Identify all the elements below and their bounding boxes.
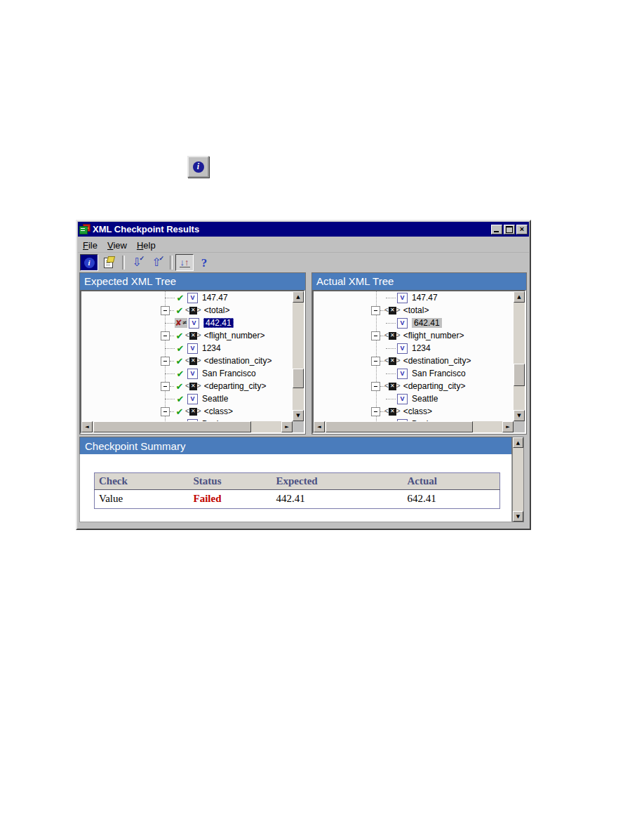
scroll-down-button[interactable]: ▼ bbox=[514, 410, 525, 421]
element-icon: <✕> bbox=[185, 307, 201, 315]
tree-node-element[interactable]: ✔<✕><departing_city> bbox=[81, 380, 293, 392]
expand-box-icon[interactable] bbox=[161, 331, 170, 340]
xml-checkpoint-results-window: XML Checkpoint Results × FileViewHelp i … bbox=[76, 220, 531, 530]
expand-box-icon[interactable] bbox=[161, 357, 170, 366]
tree-node-label: <total> bbox=[403, 305, 429, 315]
scroll-right-button[interactable]: ► bbox=[281, 421, 293, 432]
toolbar-separator bbox=[170, 256, 173, 270]
expand-box-icon[interactable] bbox=[371, 331, 380, 340]
title-bar[interactable]: XML Checkpoint Results × bbox=[78, 222, 529, 237]
tree-node-label: <destination_city> bbox=[403, 356, 471, 366]
expected-vertical-scrollbar[interactable]: ▲ ▼ bbox=[293, 291, 304, 421]
previous-check-button[interactable]: ⇧ ✓ bbox=[147, 254, 166, 271]
expand-box-icon[interactable] bbox=[371, 382, 380, 391]
info-icon: i bbox=[84, 258, 95, 268]
tree-node-element[interactable]: <✕><flight_number> bbox=[314, 329, 514, 342]
node-properties-button[interactable] bbox=[100, 254, 118, 271]
actual-tree-body: V147.47<✕><total>V642.41<✕><flight_numbe… bbox=[312, 290, 526, 434]
scroll-right-button[interactable]: ► bbox=[502, 421, 514, 432]
expected-horizontal-scrollbar[interactable]: ◄ ► bbox=[81, 421, 293, 432]
actual-tree-panel: Actual XML Tree V147.47<✕><total>V642.41… bbox=[311, 272, 527, 435]
scrollbar-thumb[interactable] bbox=[514, 364, 525, 386]
minimize-button[interactable] bbox=[491, 225, 502, 234]
info-button-standalone[interactable]: i bbox=[187, 156, 209, 178]
scroll-up-button[interactable]: ▲ bbox=[514, 291, 525, 303]
toolbar-separator bbox=[122, 256, 125, 270]
pass-check-icon: ✔ bbox=[174, 407, 185, 416]
scrollbar-thumb[interactable] bbox=[293, 369, 304, 388]
summary-vertical-scrollbar[interactable]: ▲ ▼ bbox=[512, 437, 524, 522]
tree-node-value[interactable]: ✔V1234 bbox=[81, 342, 293, 355]
tree-node-element[interactable]: <✕><total> bbox=[314, 304, 514, 317]
maximize-icon bbox=[506, 226, 513, 233]
expand-box-icon[interactable] bbox=[371, 306, 380, 315]
summary-header-row: CheckStatusExpectedActual bbox=[95, 473, 500, 490]
tree-node-element[interactable]: ✔<✕><destination_city> bbox=[81, 355, 293, 367]
sync-trees-button[interactable]: ↓↑ bbox=[175, 254, 194, 271]
scroll-left-button[interactable]: ◄ bbox=[314, 421, 325, 432]
maximize-button[interactable] bbox=[504, 225, 515, 234]
tree-node-element[interactable]: <✕><class> bbox=[314, 405, 514, 418]
tree-node-element[interactable]: ✔<✕><total> bbox=[81, 304, 293, 317]
scrollbar-thumb[interactable] bbox=[93, 421, 251, 432]
info-icon: i bbox=[193, 161, 204, 173]
tree-node-value[interactable]: V642.41 bbox=[314, 317, 514, 329]
pass-check-icon: ✔ bbox=[175, 395, 186, 404]
menu-view[interactable]: View bbox=[102, 239, 132, 252]
show-node-info-button[interactable]: i bbox=[80, 254, 98, 271]
window-controls: × bbox=[491, 225, 528, 234]
tree-node-label: 642.41 bbox=[412, 318, 442, 328]
scroll-up-button[interactable]: ▲ bbox=[513, 437, 523, 448]
next-check-button[interactable]: ⇩ ✓ bbox=[128, 254, 146, 271]
tree-node-value[interactable]: VSeattle bbox=[314, 392, 514, 405]
tree-node-element[interactable]: <✕><destination_city> bbox=[314, 355, 514, 367]
menu-file[interactable]: File bbox=[78, 239, 102, 252]
tree-node-label: <total> bbox=[204, 305, 230, 315]
summary-row: ValueFailed442.41642.41 bbox=[95, 490, 500, 509]
tree-node-label: San Francisco bbox=[412, 369, 466, 378]
tree-node-label: 1234 bbox=[202, 343, 221, 353]
expand-box-icon[interactable] bbox=[161, 382, 170, 391]
scroll-left-button[interactable]: ◄ bbox=[81, 421, 93, 432]
scroll-down-button[interactable]: ▼ bbox=[293, 410, 304, 421]
scrollbar-corner bbox=[514, 421, 525, 432]
tree-node-value[interactable]: ✔VSan Francisco bbox=[81, 367, 293, 380]
scrollbar-thumb[interactable] bbox=[326, 421, 473, 432]
actual-vertical-scrollbar[interactable]: ▲ ▼ bbox=[514, 291, 525, 421]
summary-cell-expected: 442.41 bbox=[272, 490, 403, 509]
tree-node-element[interactable]: ✔<✕><class> bbox=[81, 405, 293, 418]
summary-column-status: Status bbox=[189, 473, 272, 490]
expand-box-icon[interactable] bbox=[161, 407, 170, 416]
scroll-down-button[interactable]: ▼ bbox=[513, 511, 523, 522]
value-icon: V bbox=[187, 293, 198, 303]
minimize-icon bbox=[494, 231, 499, 232]
app-icon-green-part bbox=[79, 226, 88, 234]
element-icon: <✕> bbox=[384, 383, 401, 390]
expected-tree: ✔V147.47✔<✕><total>✘≠V442.41✔<✕><flight_… bbox=[81, 291, 293, 421]
pass-check-icon: ✔ bbox=[175, 293, 186, 303]
pass-check-icon: ✔ bbox=[175, 369, 186, 378]
close-button[interactable]: × bbox=[516, 225, 528, 234]
help-button[interactable]: ? bbox=[195, 254, 213, 271]
expand-box-icon[interactable] bbox=[371, 357, 380, 366]
tree-node-element[interactable]: ✔<✕><flight_number> bbox=[81, 329, 293, 342]
menu-help[interactable]: Help bbox=[132, 239, 161, 252]
tree-node-value[interactable]: ✔V147.47 bbox=[81, 291, 293, 304]
summary-cell-status: Failed bbox=[189, 490, 272, 509]
element-icon: <✕> bbox=[185, 408, 201, 416]
tree-node-value[interactable]: V147.47 bbox=[314, 291, 514, 304]
tree-node-element[interactable]: <✕><departing_city> bbox=[314, 380, 514, 392]
help-icon: ? bbox=[201, 257, 208, 269]
tree-node-value[interactable]: ✔VSeattle bbox=[81, 392, 293, 405]
expected-tree-panel: Expected XML Tree ✔V147.47✔<✕><total>✘≠V… bbox=[79, 272, 306, 435]
pass-check-icon: ✔ bbox=[174, 382, 185, 391]
expand-box-icon[interactable] bbox=[161, 306, 170, 315]
tree-node-value[interactable]: V1234 bbox=[314, 342, 514, 355]
actual-horizontal-scrollbar[interactable]: ◄ ► bbox=[314, 421, 514, 432]
tree-node-value[interactable]: ✘≠V442.41 bbox=[81, 317, 293, 329]
pass-check-icon: ✔ bbox=[174, 331, 185, 340]
expand-box-icon[interactable] bbox=[371, 407, 380, 416]
scroll-up-button[interactable]: ▲ bbox=[293, 291, 304, 303]
tree-node-label: <class> bbox=[403, 406, 432, 416]
tree-node-value[interactable]: VSan Francisco bbox=[314, 367, 514, 380]
